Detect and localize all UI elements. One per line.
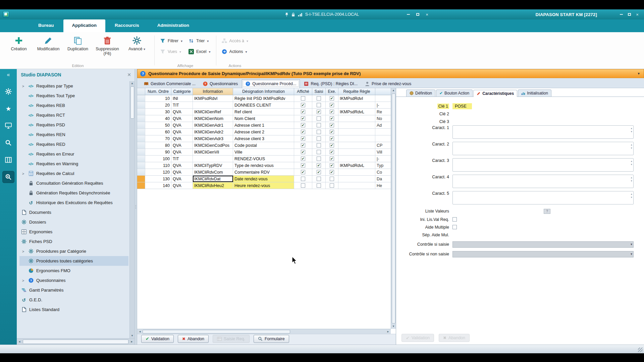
validation-button[interactable]: ✔Validation [141, 335, 174, 343]
doc-tab-prise-de-rendez-vous[interactable]: Prise de rendez-vous [362, 80, 415, 88]
chevron-down-icon[interactable]: ▾ [179, 50, 181, 54]
cell-information[interactable] [193, 102, 233, 108]
cell-requete-regle[interactable] [338, 102, 375, 108]
table-row-100[interactable]: 100TITRENDEZ-VOUS✔✔|- [137, 156, 391, 162]
sidebar-item-consultation-generation-requetes[interactable]: Consultation Génération Requêtes [19, 178, 128, 188]
checkbox[interactable]: ✔ [330, 143, 334, 147]
cell-requete-regle[interactable] [338, 115, 375, 122]
cell-designation[interactable]: Règle Init PSD IKMPsdRdv [233, 95, 294, 102]
checkbox[interactable] [317, 183, 321, 188]
cell-extra[interactable]: No [375, 115, 391, 122]
table-row-80[interactable]: 80QVAIKMCliGenCodPosCode postal✔✔CP [137, 142, 391, 149]
sidebar-item-dossiers[interactable]: Dossiers [19, 217, 128, 227]
cell-categorie[interactable]: QVA [171, 162, 193, 169]
cell-exe[interactable]: ✔ [326, 169, 338, 175]
table-row-90[interactable]: 90QVAIKMCliGenVilVille✔✔Vill [137, 149, 391, 156]
close-icon[interactable]: ✕ [127, 72, 131, 77]
validation-button[interactable]: ✔Validation [401, 334, 434, 342]
saisie-req-button[interactable]: Saisie Req. [213, 335, 250, 343]
rail-columns-button[interactable] [2, 154, 14, 166]
doc-tab-req-psd-regles-di[interactable]: Req. (PSD) : Règles DI... [301, 80, 361, 88]
modification-button[interactable]: Modification [34, 34, 63, 56]
row-selector[interactable] [137, 176, 145, 182]
cell-designation[interactable]: Ref client [233, 109, 294, 115]
excel-button[interactable]: Excel▾ [186, 48, 213, 55]
chevron-down-icon[interactable]: ▾ [207, 39, 209, 43]
table-row-40[interactable]: 40QVAIKMCliGenNomNom Client✔✔No [137, 115, 391, 122]
column-header-saisi[interactable]: Saisi [312, 88, 326, 95]
cell-information[interactable]: IKMCliGenCodPos [193, 142, 233, 148]
checkbox[interactable]: ✔ [317, 170, 321, 174]
cell-extra[interactable]: |- [375, 102, 391, 108]
cell-requete-regle[interactable]: IKMPsdRdvL [338, 162, 375, 169]
cell-requete-regle[interactable] [338, 122, 375, 128]
sidebar-item-requetes-psd[interactable]: </>Requêtes PSD [19, 120, 128, 130]
cell-num-ordre[interactable]: 120 [145, 169, 171, 175]
scrollbar-thumb[interactable] [23, 340, 128, 344]
ribbon-tab-raccourcis[interactable]: Raccourcis [106, 19, 148, 32]
sidebar-item-questionnaires[interactable]: >?Questionnaires [19, 276, 128, 285]
cell-extra[interactable] [375, 129, 391, 135]
sidebar-item-ergonomies-fmo[interactable]: Ergonomies FMO [19, 266, 128, 276]
cell-information[interactable] [193, 156, 233, 162]
sidebar-item-documents[interactable]: Documents [19, 207, 128, 217]
expander-icon[interactable]: > [21, 172, 25, 176]
sidebar-vertical-scrollbar[interactable]: ▲ ▼ [129, 81, 135, 338]
column-header-extra[interactable] [375, 88, 391, 95]
cell-num-ordre[interactable]: 70 [145, 135, 171, 142]
checkbox[interactable] [301, 96, 305, 101]
restore-icon[interactable] [414, 11, 422, 17]
table-row-30[interactable]: 30QVAIKMCliGenRefRef client✔✔✔IKMPsdRdvL… [137, 109, 391, 115]
cell-designation[interactable]: Type de rendez-vous [233, 162, 294, 169]
table-row-140[interactable]: 140QVAIKMCliRdvHeu2Heure rendez-vousHe [137, 182, 391, 189]
cell-saisi[interactable] [312, 115, 326, 122]
chevron-down-icon[interactable]: ▾ [246, 50, 247, 54]
controle-si-saisie-dropdown[interactable]: ▾ [452, 241, 634, 248]
cell-categorie[interactable]: QVA [171, 169, 193, 175]
cell-requete-regle[interactable] [338, 169, 375, 175]
doc-tab-questionnaire-proced[interactable]: ?Questionnaire Procéd... [242, 79, 300, 88]
cell-saisi[interactable] [312, 122, 326, 128]
cell-affiche[interactable] [294, 182, 312, 189]
cell-information[interactable]: IKMPsdRdvI [193, 95, 233, 102]
table-row-10[interactable]: 10INIIKMPsdRdvIRègle Init PSD IKMPsdRdv✔… [137, 95, 391, 102]
cell-designation[interactable]: Date rendez-vous [233, 176, 294, 182]
ribbon-tab-application[interactable]: Application [63, 19, 106, 32]
cell-affiche[interactable]: ✔ [294, 135, 312, 142]
cell-exe[interactable]: ✔ [326, 149, 338, 155]
checkbox[interactable] [317, 136, 321, 141]
cell-affiche[interactable]: ✔ [294, 129, 312, 135]
checkbox[interactable] [317, 116, 321, 121]
trier-button[interactable]: Trier▾ [186, 38, 213, 44]
expander-icon[interactable]: > [21, 279, 25, 283]
cell-affiche[interactable]: ✔ [294, 149, 312, 155]
sidebar-item-ergonomies[interactable]: Ergonomies [19, 227, 128, 237]
cell-categorie[interactable]: QVA [171, 109, 193, 115]
panel-splitter[interactable] [135, 69, 137, 345]
cell-extra[interactable]: Ad [375, 122, 391, 128]
checkbox[interactable]: ✔ [330, 163, 334, 168]
scroll-left-icon[interactable]: ◄ [17, 340, 22, 343]
table-row-110[interactable]: 110QVAIKMCliTypRDVType de rendez-vous✔✔✔… [137, 162, 391, 169]
chevron-down-icon[interactable]: ▾ [247, 39, 248, 43]
expander-icon[interactable]: > [21, 249, 25, 253]
table-row-70[interactable]: 70QVAIKMCliGenAdr3Adresse client 3✔✔ [137, 135, 391, 142]
cell-affiche[interactable] [294, 95, 312, 102]
checkbox[interactable]: ✔ [301, 136, 305, 141]
cell-num-ordre[interactable]: 50 [145, 122, 171, 128]
cell-num-ordre[interactable]: 100 [145, 156, 171, 162]
minimize-icon[interactable] [404, 11, 412, 17]
resize-grip[interactable] [638, 348, 643, 352]
cell-saisi[interactable] [312, 182, 326, 189]
row-selector-header[interactable] [137, 88, 145, 95]
sidebar-item-listes-standard[interactable]: Listes Standard [19, 305, 128, 314]
row-selector[interactable] [137, 162, 145, 169]
sidebar-item-generation-requetes-desynchronisee[interactable]: Génération Requêtes Désynchronisée [19, 188, 128, 198]
sidebar-item-requetes-tout-type[interactable]: </>Requêtes Tout Type [19, 91, 128, 101]
cell-affiche[interactable]: ✔ [294, 115, 312, 122]
cell-saisi[interactable] [312, 176, 326, 182]
acces-a-button[interactable]: Accès à▾ [219, 38, 251, 44]
checkbox[interactable]: ✔ [330, 116, 334, 121]
pin-icon[interactable] [285, 12, 288, 17]
cell-extra[interactable] [375, 135, 391, 142]
